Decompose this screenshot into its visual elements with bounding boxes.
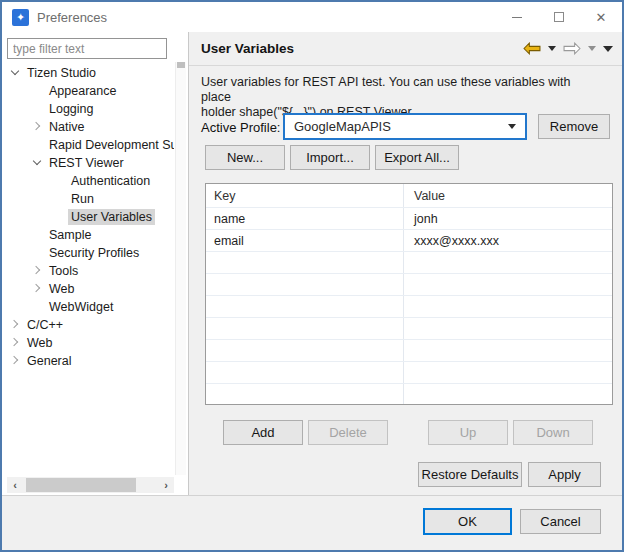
tree-item-authentication[interactable]: Authentication: [2, 172, 174, 190]
sidebar: Tizen StudioAppearanceLoggingNativeRapid…: [2, 32, 189, 495]
tree-item-label: Sample: [46, 227, 94, 243]
chevron-placeholder: [30, 227, 46, 243]
tree-item-general[interactable]: General: [2, 352, 174, 370]
minimize-icon: [512, 17, 522, 18]
chevron-placeholder: [30, 299, 46, 315]
tree-item-label: General: [24, 353, 74, 369]
forward-dropdown-icon[interactable]: [588, 46, 596, 51]
active-profile-select[interactable]: GoogleMapAPIS: [283, 113, 527, 140]
tree-item-sample[interactable]: Sample: [2, 226, 174, 244]
tree-item-security-profiles[interactable]: Security Profiles: [2, 244, 174, 262]
chevron-placeholder: [30, 245, 46, 261]
cell-key: [206, 362, 404, 383]
ok-button[interactable]: OK: [423, 508, 512, 535]
table-row[interactable]: [206, 362, 612, 384]
tree-item-logging[interactable]: Logging: [2, 100, 174, 118]
table-row[interactable]: emailxxxx@xxxx.xxx: [206, 230, 612, 252]
header-separator: [189, 65, 622, 66]
cell-value: [404, 274, 612, 295]
cancel-button[interactable]: Cancel: [520, 509, 601, 534]
tree-item-webwidget[interactable]: WebWidget: [2, 298, 174, 316]
tree-item-label: Native: [46, 119, 87, 135]
cell-key: name: [206, 208, 404, 229]
tree-item-web[interactable]: Web: [2, 280, 174, 298]
table-header-row: KeyValue: [206, 184, 612, 208]
history-forward-icon[interactable]: [563, 42, 581, 55]
table-row[interactable]: [206, 340, 612, 362]
export-all-button[interactable]: Export All...: [375, 145, 459, 170]
chevron-placeholder: [30, 137, 46, 153]
table-row[interactable]: [206, 384, 612, 405]
horizontal-scrollbar-thumb[interactable]: [26, 478, 136, 492]
page-title: User Variables: [201, 41, 294, 56]
down-button[interactable]: Down: [513, 420, 593, 445]
tree-item-tizen-studio[interactable]: Tizen Studio: [2, 64, 174, 82]
import-button[interactable]: Import...: [290, 145, 370, 170]
active-profile-value: GoogleMapAPIS: [294, 119, 391, 134]
add-button[interactable]: Add: [223, 420, 303, 445]
chevron-right-icon[interactable]: [8, 317, 24, 333]
chevron-down-icon[interactable]: [8, 65, 24, 81]
filter-input[interactable]: [7, 38, 167, 59]
table-row[interactable]: [206, 296, 612, 318]
chevron-placeholder: [52, 209, 68, 225]
main-area: Tizen StudioAppearanceLoggingNativeRapid…: [2, 32, 622, 495]
history-navigation: [523, 42, 613, 55]
view-menu-icon[interactable]: [603, 46, 613, 52]
tree-item-rest-viewer[interactable]: REST Viewer: [2, 154, 174, 172]
new-button[interactable]: New...: [205, 145, 285, 170]
tree-item-run[interactable]: Run: [2, 190, 174, 208]
tree-item-tools[interactable]: Tools: [2, 262, 174, 280]
up-button[interactable]: Up: [428, 420, 508, 445]
tree-item-c-c-[interactable]: C/C++: [2, 316, 174, 334]
history-back-icon[interactable]: [523, 42, 541, 55]
chevron-right-icon[interactable]: [30, 281, 46, 297]
table-row[interactable]: namejonh: [206, 208, 612, 230]
tree-item-label: Security Profiles: [46, 245, 142, 261]
description-line-1: User variables for REST API test. You ca…: [201, 75, 601, 105]
preferences-dialog: ✦ Preferences ✕ Tizen StudioAppearanceLo…: [0, 0, 624, 552]
cell-key: [206, 296, 404, 317]
maximize-button[interactable]: [538, 2, 580, 32]
restore-defaults-button[interactable]: Restore Defaults: [418, 462, 522, 487]
cell-key: [206, 340, 404, 361]
chevron-right-icon[interactable]: [30, 119, 46, 135]
table-row[interactable]: [206, 318, 612, 340]
cell-value: jonh: [404, 208, 612, 229]
chevron-right-icon[interactable]: [8, 335, 24, 351]
cell-value: [404, 252, 612, 273]
tree-item-label: Web: [24, 335, 55, 351]
chevron-down-icon: [508, 124, 516, 129]
table-row[interactable]: [206, 252, 612, 274]
tree-item-native[interactable]: Native: [2, 118, 174, 136]
scroll-right-icon[interactable]: ›: [158, 477, 174, 493]
preferences-tree: Tizen StudioAppearanceLoggingNativeRapid…: [2, 64, 174, 475]
cell-key: [206, 318, 404, 339]
cell-key: [206, 384, 404, 405]
tree-vertical-scrollbar[interactable]: [175, 62, 186, 475]
back-dropdown-icon[interactable]: [548, 46, 556, 51]
vertical-scrollbar-thumb[interactable]: [177, 62, 185, 68]
chevron-down-icon[interactable]: [30, 155, 46, 171]
tree-horizontal-scrollbar[interactable]: ‹ ›: [7, 477, 174, 493]
scroll-left-icon[interactable]: ‹: [7, 477, 23, 493]
tree-item-label: Web: [46, 281, 77, 297]
tree-item-rapid-development-su[interactable]: Rapid Development Su: [2, 136, 174, 154]
tree-item-user-variables[interactable]: User Variables: [2, 208, 174, 226]
apply-button[interactable]: Apply: [528, 462, 601, 487]
minimize-button[interactable]: [496, 2, 538, 32]
dialog-footer: OK Cancel: [2, 495, 622, 550]
remove-button[interactable]: Remove: [538, 114, 610, 139]
cell-value: [404, 340, 612, 361]
chevron-right-icon[interactable]: [8, 353, 24, 369]
tree-item-label: Logging: [46, 101, 97, 117]
tizen-studio-icon: ✦: [12, 9, 29, 26]
close-icon: ✕: [596, 10, 607, 25]
tree-item-web[interactable]: Web: [2, 334, 174, 352]
table-row[interactable]: [206, 274, 612, 296]
user-variables-table[interactable]: KeyValuenamejonhemailxxxx@xxxx.xxx: [205, 183, 613, 405]
delete-button[interactable]: Delete: [308, 420, 388, 445]
tree-item-appearance[interactable]: Appearance: [2, 82, 174, 100]
close-button[interactable]: ✕: [580, 2, 622, 32]
chevron-right-icon[interactable]: [30, 263, 46, 279]
